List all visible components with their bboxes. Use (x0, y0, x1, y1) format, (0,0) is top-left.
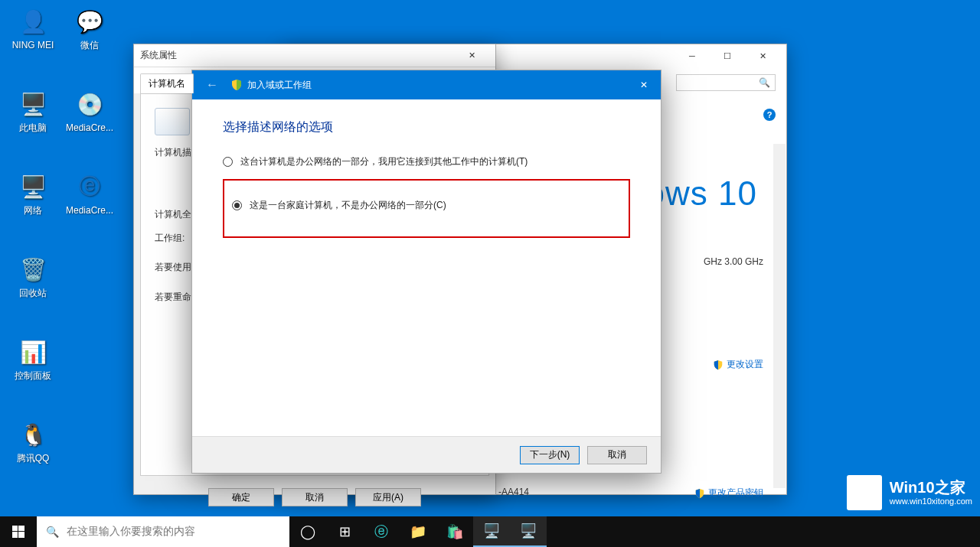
search-icon: 🔍 (759, 77, 770, 88)
watermark-url: www.win10xitong.com (890, 497, 972, 506)
next-button[interactable]: 下一步(N) (520, 446, 580, 464)
radio-option-home[interactable]: 这是一台家庭计算机，不是办公网络的一部分(C) (232, 199, 621, 212)
wizard-header[interactable]: ← 加入域或工作组 ✕ (192, 70, 661, 99)
desktop-icon-recyclebin[interactable]: 🗑️ 回收站 (5, 254, 61, 298)
dialog-title: 系统属性 (140, 49, 177, 62)
taskbar-app-system[interactable]: 🖥️ (510, 516, 547, 547)
network-icon: 🖥️ (18, 171, 48, 202)
close-button[interactable]: ✕ (627, 70, 661, 99)
qq-icon: 🐧 (18, 419, 48, 450)
taskbar-app-controlpanel[interactable]: 🖥️ (473, 516, 510, 547)
wizard-body: 选择描述网络的选项 这台计算机是办公网络的一部分，我用它连接到其他工作中的计算机… (192, 99, 661, 258)
field-label-workgroup: 工作组: (155, 232, 185, 245)
disc-icon: 💿 (74, 89, 105, 119)
shield-icon (694, 488, 705, 499)
svg-rect-0 (853, 481, 863, 491)
desktop-icon-label: MediaCre... (61, 205, 118, 216)
dialog-buttons: 确定 取消 应用(A) (134, 482, 495, 516)
taskbar-search[interactable]: 🔍 在这里输入你要搜索的内容 (37, 516, 289, 547)
cancel-button[interactable]: 取消 (282, 488, 348, 506)
radio-option-office[interactable]: 这台计算机是办公网络的一部分，我用它连接到其他工作中的计算机(T) (223, 155, 630, 168)
help-icon[interactable]: ? (763, 109, 776, 121)
computer-icon (155, 108, 190, 135)
search-placeholder: 在这里输入你要搜索的内容 (67, 525, 195, 539)
search-icon: 🔍 (46, 526, 59, 538)
change-settings-link[interactable]: 更改设置 (713, 358, 763, 371)
start-button[interactable] (0, 516, 37, 547)
desktop-icon-network[interactable]: 🖥️ 网络 (5, 171, 61, 216)
minimize-button[interactable]: ─ (675, 44, 710, 67)
explorer-icon[interactable]: 📁 (400, 516, 436, 547)
desktop-icon-label: 回收站 (5, 288, 61, 298)
desktop-icon-user[interactable]: 👤 NING MEI (5, 6, 61, 50)
watermark-logo-icon (847, 475, 882, 510)
link-text: 更改设置 (727, 358, 763, 371)
radio-label: 这是一台家庭计算机，不是办公网络的一部分(C) (250, 199, 446, 212)
join-domain-wizard: ← 加入域或工作组 ✕ 选择描述网络的选项 这台计算机是办公网络的一部分，我用它… (191, 70, 662, 474)
desktop-icon-label: 腾讯QQ (5, 453, 61, 464)
cancel-button[interactable]: 取消 (587, 446, 647, 464)
desktop-icon-label: 微信 (61, 40, 118, 50)
taskview-icon[interactable]: ⊞ (326, 516, 363, 547)
svg-rect-2 (853, 493, 863, 504)
wizard-heading: 选择描述网络的选项 (223, 119, 630, 135)
user-icon: 👤 (18, 6, 48, 37)
store-icon[interactable]: 🛍️ (436, 516, 473, 547)
svg-rect-3 (864, 493, 876, 504)
radio-icon (232, 200, 242, 210)
cpu-info: GHz 3.00 GHz (704, 256, 763, 267)
wizard-title: 加入域或工作组 (247, 79, 312, 92)
desktop-icon-qq[interactable]: 🐧 腾讯QQ (5, 419, 61, 464)
svg-rect-4 (12, 526, 18, 531)
svg-rect-6 (12, 532, 18, 538)
windows10-logo: ows 10 (646, 174, 757, 213)
watermark-title: Win10之家 (890, 478, 972, 497)
tab-computer-name[interactable]: 计算机名 (140, 73, 194, 93)
desktop-icon-label: 此电脑 (5, 122, 61, 133)
shield-icon (713, 360, 724, 370)
highlight-selection: 这是一台家庭计算机，不是办公网络的一部分(C) (223, 179, 630, 238)
radio-icon (223, 157, 233, 167)
search-input[interactable]: 🔍 (676, 74, 776, 91)
trash-icon: 🗑️ (18, 254, 48, 285)
computer-icon: 🖥️ (18, 89, 48, 119)
wechat-icon: 💬 (74, 6, 105, 37)
desktop-icon-label: 控制面板 (5, 370, 61, 381)
desktop-icon-label: 网络 (5, 205, 61, 216)
back-button[interactable]: ← (201, 78, 223, 92)
product-id-tail: -AA414 (498, 487, 529, 497)
svg-rect-7 (18, 532, 24, 538)
props-titlebar[interactable]: 系统属性 ✕ (134, 44, 495, 67)
desktop-icon-thispc[interactable]: 🖥️ 此电脑 (5, 89, 61, 133)
cortana-icon[interactable]: ◯ (289, 516, 326, 547)
change-product-key-link[interactable]: 更改产品密钥 (694, 487, 763, 500)
desktop-icon-wechat[interactable]: 💬 微信 (61, 6, 118, 50)
taskbar: 🔍 在这里输入你要搜索的内容 ◯ ⊞ ⓔ 📁 🛍️ 🖥️ 🖥️ (0, 516, 980, 547)
ie-icon: ⓔ (74, 171, 105, 202)
desktop-icon-label: MediaCre... (61, 122, 118, 133)
link-text: 更改产品密钥 (708, 487, 763, 500)
watermark: Win10之家 www.win10xitong.com (847, 475, 972, 510)
svg-rect-1 (864, 481, 876, 491)
apply-button[interactable]: 应用(A) (355, 488, 421, 506)
radio-label: 这台计算机是办公网络的一部分，我用它连接到其他工作中的计算机(T) (240, 155, 528, 168)
desktop-icon-controlpanel[interactable]: 📊 控制面板 (5, 337, 61, 381)
desktop-icon-label: NING MEI (5, 40, 61, 50)
close-button[interactable]: ✕ (454, 44, 489, 67)
shield-icon (230, 79, 243, 91)
controlpanel-icon: 📊 (18, 337, 48, 367)
desktop-icon-mediacreation2[interactable]: ⓔ MediaCre... (61, 171, 118, 216)
ok-button[interactable]: 确定 (208, 488, 274, 506)
desktop-icon-mediacreation1[interactable]: 💿 MediaCre... (61, 89, 118, 133)
scrollbar[interactable] (773, 144, 786, 488)
maximize-button[interactable]: ☐ (710, 44, 745, 67)
close-button[interactable]: ✕ (745, 44, 780, 67)
svg-rect-5 (18, 526, 24, 531)
wizard-footer: 下一步(N) 取消 (192, 436, 661, 473)
edge-icon[interactable]: ⓔ (363, 516, 400, 547)
